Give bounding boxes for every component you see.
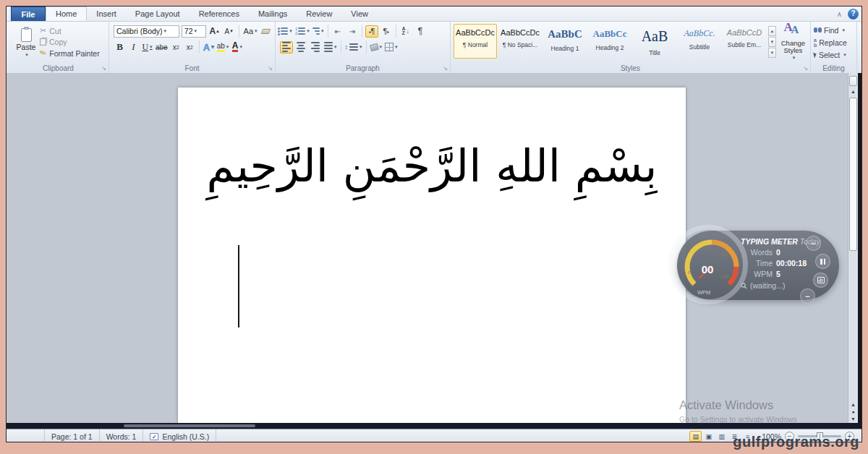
svg-text:40: 40 (702, 245, 708, 250)
increase-indent-button[interactable]: ⇥ (346, 25, 359, 38)
tab-page-layout[interactable]: Page Layout (126, 7, 190, 21)
paste-icon (21, 28, 32, 42)
tab-review[interactable]: Review (297, 7, 341, 21)
tab-references[interactable]: References (190, 7, 249, 21)
font-dialog-launcher[interactable]: ↘ (268, 65, 273, 72)
tab-mailings[interactable]: Mailings (249, 7, 297, 21)
vertical-scrollbar[interactable]: ▲ ▲ ● ▼ (848, 73, 858, 423)
document-page[interactable]: بِسْمِ اللهِ الرَّحْمَنِ الرَّحِيمِ (178, 87, 686, 423)
help-icon[interactable]: ? (848, 9, 859, 20)
find-button[interactable]: Find (814, 25, 855, 35)
numbering-button[interactable]: 12 (294, 25, 310, 38)
align-center-icon (297, 42, 305, 52)
print-layout-view-button[interactable]: ▤ (689, 431, 702, 442)
shrink-font-button[interactable]: A▼ (223, 25, 235, 38)
change-case-button[interactable]: Aa (243, 25, 258, 38)
horizontal-scrollbar-track (7, 423, 862, 429)
superscript-button[interactable]: x2 (184, 41, 196, 53)
underline-button[interactable]: U (141, 41, 153, 53)
justify-button[interactable] (323, 41, 338, 53)
font-name-combo[interactable]: Calibri (Body) (114, 25, 179, 38)
cut-button[interactable]: ✂ Cut (40, 26, 100, 35)
font-size-combo[interactable]: 72 (182, 25, 206, 38)
bullets-button[interactable] (280, 25, 293, 38)
word-count-indicator[interactable]: Words: 1 (99, 429, 144, 442)
change-styles-icon: A A (783, 24, 802, 38)
tab-insert[interactable]: Insert (87, 7, 126, 21)
tab-file[interactable]: File (11, 7, 46, 21)
strikethrough-button[interactable]: abe (155, 41, 169, 53)
style-normal[interactable]: AaBbCcDc ¶ Normal (454, 24, 497, 59)
styles-scroll-up[interactable]: ▲ (768, 26, 776, 36)
tab-view[interactable]: View (341, 7, 378, 21)
italic-button[interactable]: I (127, 41, 140, 53)
select-button[interactable]: Select (814, 49, 855, 60)
page-count-indicator[interactable]: Page: 1 of 1 (44, 429, 100, 442)
proofing-status[interactable]: ✓ English (U.S.) (142, 429, 216, 442)
scrollbar-thumb[interactable] (849, 98, 857, 251)
line-spacing-button[interactable]: ↕ (344, 41, 363, 53)
styles-gallery: AaBbCcDc ¶ Normal AaBbCcDc ¶ No Spaci...… (454, 24, 766, 61)
change-styles-button[interactable]: A A Change Styles (778, 24, 809, 61)
clear-formatting-button[interactable] (260, 25, 272, 38)
style-heading-1[interactable]: AaBbC Heading 1 (543, 24, 587, 59)
ruler-toggle-button[interactable] (849, 76, 857, 86)
previous-page-button[interactable]: ▲ (851, 402, 856, 407)
copy-button[interactable]: Copy (40, 38, 100, 46)
fullscreen-reading-view-button[interactable]: ▣ (702, 431, 715, 442)
meter-stats-button[interactable] (813, 273, 828, 288)
web-layout-view-button[interactable]: ▥ (715, 431, 728, 442)
tab-home[interactable]: Home (46, 7, 87, 21)
wpm-gauge: 0 40 80 120 00 WPM (680, 232, 746, 299)
numbering-icon: 12 (295, 27, 297, 35)
align-right-button[interactable] (309, 41, 322, 53)
text-effects-button[interactable]: A (203, 41, 215, 53)
word-window: File Home Insert Page Layout References … (6, 6, 862, 442)
styles-scroll-down[interactable]: ▼ (768, 37, 776, 47)
multilevel-list-button[interactable] (312, 25, 325, 38)
horizontal-scrollbar-thumb[interactable] (124, 424, 255, 427)
style-no-spacing[interactable]: AaBbCcDc ¶ No Spaci... (498, 24, 542, 59)
meter-pause-button[interactable] (815, 254, 830, 269)
words-row: Words 0 (741, 248, 816, 257)
clipboard-dialog-launcher[interactable]: ↘ (101, 65, 106, 72)
document-text-bismillah[interactable]: بِسْمِ اللهِ الرَّحْمَنِ الرَّحِيمِ (178, 132, 686, 200)
meter-minimize-button[interactable]: − (806, 236, 821, 251)
editing-group-label: Editing (811, 64, 856, 72)
decrease-indent-button[interactable]: ⇤ (331, 25, 344, 38)
styles-more-button[interactable]: ▼ (768, 48, 776, 58)
highlight-color-button[interactable]: ab (216, 41, 230, 53)
svg-text:120: 120 (720, 274, 729, 279)
style-heading-2[interactable]: AaBbCc Heading 2 (588, 24, 631, 59)
styles-dialog-launcher[interactable]: ↘ (803, 65, 808, 72)
select-browse-object-button[interactable]: ● (851, 409, 854, 414)
pilcrow-icon: ¶ (418, 26, 422, 36)
grow-font-button[interactable]: A▲ (208, 25, 221, 38)
rtl-text-direction-button[interactable]: ¶▸ (380, 25, 393, 38)
meter-hide-button[interactable]: − (800, 288, 815, 304)
scroll-up-arrow[interactable]: ▲ (848, 89, 858, 94)
style-title[interactable]: AaB Title (633, 24, 676, 59)
subscript-button[interactable]: x2 (170, 41, 182, 53)
align-left-button[interactable] (280, 41, 293, 53)
bold-button[interactable]: B (114, 41, 126, 53)
align-center-button[interactable] (294, 41, 307, 53)
shading-button[interactable] (370, 41, 383, 53)
font-color-button[interactable]: A (231, 41, 243, 53)
typing-meter-widget[interactable]: 0 40 80 120 00 WPM TYPING METER Today Wo… (677, 231, 839, 300)
paragraph-dialog-launcher[interactable]: ↘ (443, 65, 448, 72)
sort-button[interactable]: AZ ↓ (399, 25, 412, 38)
replace-button[interactable]: ab Replace (814, 37, 855, 48)
show-hide-pilcrow-button[interactable]: ¶ (414, 25, 427, 38)
borders-button[interactable] (384, 41, 399, 53)
next-page-button[interactable]: ▼ (851, 416, 856, 421)
paste-button[interactable]: Paste (12, 25, 40, 61)
borders-icon (385, 43, 393, 51)
format-painter-button[interactable]: ✎ Format Painter (40, 48, 100, 58)
group-paragraph: 12 ⇤ ⇥ ◂¶ ¶▸ AZ ↓ ¶ (276, 22, 451, 73)
minimize-ribbon-icon[interactable]: ∧ (837, 10, 842, 18)
style-subtitle[interactable]: AaBbCc. Subtitle (678, 24, 721, 59)
decrease-indent-icon: ⇤ (335, 27, 341, 35)
style-subtle-emphasis[interactable]: AaBbCcD Subtle Em... (723, 24, 766, 59)
ltr-text-direction-button[interactable]: ◂¶ (365, 25, 378, 38)
